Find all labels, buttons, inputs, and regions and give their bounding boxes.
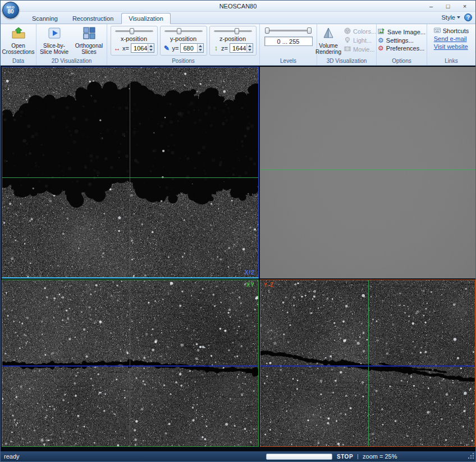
orthogonal-slices-label: Orthogonal Slices xyxy=(73,43,106,56)
close-button[interactable]: × xyxy=(456,1,473,11)
slice-by-slice-movie-button[interactable]: Slice-by-Slice Movie xyxy=(38,25,71,56)
xz-viewport: X/Z xyxy=(2,67,259,278)
ribbon-group-data: Open Crossections Data xyxy=(1,24,36,65)
stop-button[interactable]: STOP xyxy=(337,454,353,460)
group-label-levels: Levels xyxy=(260,58,317,65)
settings-button[interactable]: ⚙ Settings... xyxy=(376,37,427,44)
shortcuts-button[interactable]: Shortcuts xyxy=(432,28,470,34)
open-folder-icon xyxy=(11,26,26,42)
light-bulb-icon xyxy=(344,36,351,44)
slider-thumb[interactable] xyxy=(235,28,239,34)
maximize-button[interactable]: □ xyxy=(440,1,456,11)
x-position-input[interactable]: 1064 xyxy=(131,43,154,53)
open-crossections-label: Open Crossections xyxy=(2,43,35,56)
levels-range-slider[interactable] xyxy=(264,28,313,34)
film-icon xyxy=(344,45,351,53)
orthogonal-slices-icon xyxy=(83,26,96,42)
x-axis-icon: ↔ xyxy=(114,45,121,52)
empty-view-canvas[interactable] xyxy=(260,67,475,278)
light-button[interactable]: Light... xyxy=(342,36,378,44)
slider-thumb[interactable] xyxy=(130,28,134,34)
z-axis-icon: ↕ xyxy=(213,45,220,52)
y-axis-icon: ✎ xyxy=(163,45,171,52)
movie-button[interactable]: Movie... xyxy=(342,45,378,53)
minimize-button[interactable]: – xyxy=(423,1,440,11)
open-crossections-button[interactable]: Open Crossections xyxy=(2,25,35,56)
save-image-icon xyxy=(378,28,385,36)
z-position-slider[interactable] xyxy=(213,28,253,34)
visit-website-link[interactable]: Visit website xyxy=(432,43,470,50)
y-prefix-label: y= xyxy=(172,45,179,52)
ribbon-group-options: Save Image... ⚙ Settings... ⚙ Preference… xyxy=(377,24,427,65)
levels-range-value: 0 ... 255 xyxy=(264,36,313,46)
group-label-3d-visualization: 3D Visualization xyxy=(317,58,376,65)
slider-thumb[interactable] xyxy=(177,28,181,34)
y-spin-down-button[interactable] xyxy=(198,48,203,53)
yz-view-label: Y-Z xyxy=(264,282,274,288)
tabrow-right-cluster: Style ? xyxy=(442,13,472,21)
y-spin-up-button[interactable] xyxy=(198,44,203,48)
y-position-panel: y-position ✎ y= 680 xyxy=(160,26,207,56)
ribbon: Open Crossections Data Slice-by-Slice Mo… xyxy=(1,24,475,66)
style-dropdown[interactable]: Style xyxy=(442,14,460,21)
x-spin-up-button[interactable] xyxy=(148,44,154,48)
app-window: NEO 80 NEOSCAN80 – □ × Scanning Reconstr… xyxy=(0,0,476,462)
group-label-links: Links xyxy=(427,58,475,65)
z-position-line xyxy=(2,365,258,367)
x-prefix-label: x= xyxy=(122,45,129,52)
logo-text-bottom: 80 xyxy=(7,9,13,15)
x-position-panel: x-position ↔ x= 1064 xyxy=(111,26,158,56)
save-image-label: Save Image... xyxy=(387,29,425,35)
y-position-value: 680 xyxy=(181,44,196,52)
zoom-level-label: zoom = 25% xyxy=(363,453,397,460)
yz-viewport: Y-Z xyxy=(260,280,475,447)
y-position-input[interactable]: 680 xyxy=(180,43,203,53)
app-logo-icon: NEO 80 xyxy=(2,2,19,19)
z-position-line xyxy=(260,365,475,367)
slice-movie-label: Slice-by-Slice Movie xyxy=(38,43,71,56)
levels-high-thumb[interactable] xyxy=(307,28,312,34)
window-title: NEOSCAN80 xyxy=(219,3,257,10)
statusbar: ready STOP zoom = 25% xyxy=(1,451,475,461)
z-position-input[interactable]: 1644 xyxy=(230,43,253,53)
status-right-cluster: STOP zoom = 25% xyxy=(266,453,397,460)
y-position-slider[interactable] xyxy=(163,28,204,34)
x-position-slider[interactable] xyxy=(114,28,154,34)
z-spin-down-button[interactable] xyxy=(247,48,253,53)
shortcuts-icon xyxy=(434,28,441,34)
group-label-2d-visualization: 2D Visualization xyxy=(36,58,107,65)
colors-button[interactable]: Colors... xyxy=(342,28,378,35)
slider-track xyxy=(164,30,203,32)
orthogonal-slices-button[interactable]: Orthogonal Slices xyxy=(73,25,106,56)
group-label-data: Data xyxy=(1,58,36,65)
play-movie-icon xyxy=(48,26,61,42)
tab-visualization[interactable]: Visualization xyxy=(121,13,171,24)
tab-scanning[interactable]: Scanning xyxy=(25,13,65,24)
levels-low-thumb[interactable] xyxy=(265,28,269,34)
preferences-button[interactable]: ⚙ Preferences... xyxy=(376,45,427,52)
z-position-panel: z-position ↕ z= 1644 xyxy=(209,26,257,56)
help-icon[interactable]: ? xyxy=(464,13,472,21)
ribbon-group-3d-visualization: Volume Rendering Colors... Light... xyxy=(317,24,377,65)
resize-grip[interactable] xyxy=(467,452,474,460)
group-label-options: Options xyxy=(377,58,427,65)
status-separator xyxy=(358,454,358,459)
x-position-title: x-position xyxy=(114,35,154,42)
x-position-line xyxy=(130,67,130,277)
ribbon-tab-bar: Scanning Reconstruction Visualization St… xyxy=(1,12,475,24)
window-controls: – □ × xyxy=(423,1,473,11)
xy-view-label: XY xyxy=(246,282,255,288)
x-spin-down-button[interactable] xyxy=(148,48,154,53)
z-spin-up-button[interactable] xyxy=(247,44,253,48)
colors-icon xyxy=(344,28,351,35)
shortcuts-label: Shortcuts xyxy=(443,28,469,34)
y-position-line xyxy=(2,177,258,178)
save-image-button[interactable]: Save Image... xyxy=(376,28,427,36)
tab-reconstruction[interactable]: Reconstruction xyxy=(66,13,120,24)
z-position-value: 1644 xyxy=(230,44,246,52)
volume-rendering-button[interactable]: Volume Rendering xyxy=(315,25,341,56)
send-email-link[interactable]: Send e-mail xyxy=(432,35,470,42)
y-position-line xyxy=(260,170,475,170)
xz-view-label: X/Z xyxy=(244,269,255,276)
colors-label: Colors... xyxy=(353,28,376,35)
